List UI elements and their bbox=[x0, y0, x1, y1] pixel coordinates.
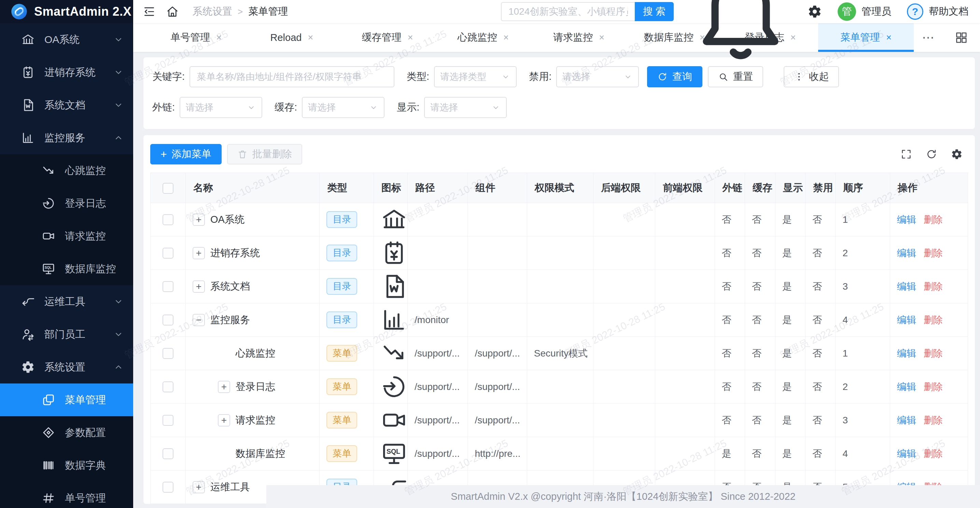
fullscreen-icon[interactable] bbox=[900, 148, 912, 160]
edit-link[interactable]: 编辑 bbox=[897, 448, 916, 459]
name-cell-td: +心跳监控 bbox=[186, 337, 320, 370]
row-checkbox[interactable] bbox=[162, 348, 173, 359]
tab-Reload[interactable]: Reload× bbox=[244, 23, 339, 52]
close-tab-icon[interactable]: × bbox=[216, 32, 222, 43]
edit-link[interactable]: 编辑 bbox=[897, 415, 916, 425]
column-header-操作: 操作 bbox=[890, 173, 968, 203]
delete-link[interactable]: 删除 bbox=[924, 314, 943, 325]
sidebar-item-进销存系统[interactable]: 进销存系统 bbox=[0, 56, 133, 89]
sidebar-item-请求监控[interactable]: 请求监控 bbox=[0, 220, 133, 252]
sidebar-item-label: 数据字典 bbox=[65, 459, 124, 473]
cache-select[interactable]: 请选择 bbox=[302, 97, 385, 118]
frontend-perm-cell bbox=[655, 270, 715, 303]
type-cell: 目录 bbox=[320, 203, 374, 237]
sidebar-item-菜单管理[interactable]: 菜单管理 bbox=[0, 384, 133, 416]
edit-link[interactable]: 编辑 bbox=[897, 248, 916, 258]
refresh-table-icon[interactable] bbox=[926, 148, 937, 160]
disabled-select[interactable]: 请选择 bbox=[556, 66, 639, 87]
delete-link[interactable]: 删除 bbox=[924, 381, 943, 392]
delete-link[interactable]: 删除 bbox=[924, 214, 943, 225]
global-search-input[interactable] bbox=[501, 2, 635, 21]
expand-row-icon[interactable]: + bbox=[218, 381, 230, 393]
edit-link[interactable]: 编辑 bbox=[897, 381, 916, 392]
delete-link[interactable]: 删除 bbox=[924, 281, 943, 292]
expand-row-icon[interactable]: + bbox=[218, 414, 230, 427]
tab-缓存管理[interactable]: 缓存管理× bbox=[340, 23, 435, 52]
edit-link[interactable]: 编辑 bbox=[897, 314, 916, 325]
type-cell: 目录 bbox=[320, 270, 374, 303]
sidebar-item-心跳监控[interactable]: 心跳监控 bbox=[0, 154, 133, 187]
delete-link[interactable]: 删除 bbox=[924, 448, 943, 459]
batch-delete-button[interactable]: 批量删除 bbox=[227, 144, 302, 164]
expand-row-icon[interactable]: + bbox=[192, 481, 205, 493]
sidebar-item-系统设置[interactable]: 系统设置 bbox=[0, 351, 133, 384]
sidebar-item-登录日志[interactable]: 登录日志 bbox=[0, 187, 133, 220]
sidebar-item-单号管理[interactable]: 单号管理 bbox=[0, 482, 133, 508]
row-checkbox[interactable] bbox=[162, 448, 173, 459]
global-search-button[interactable]: 搜 索 bbox=[635, 2, 674, 21]
path-cell: /monitor bbox=[408, 303, 468, 337]
collapse-menu-icon[interactable] bbox=[143, 5, 156, 18]
app-logo[interactable]: SmartAdmin 2.X bbox=[0, 0, 133, 23]
sidebar-item-label: 菜单管理 bbox=[65, 393, 124, 407]
tab-单号管理[interactable]: 单号管理× bbox=[148, 23, 244, 52]
collapse-row-icon[interactable]: − bbox=[192, 314, 205, 326]
keyword-label: 关键字: bbox=[152, 70, 185, 84]
select-all-checkbox[interactable] bbox=[162, 183, 173, 194]
sidebar-item-运维工具[interactable]: 运维工具 bbox=[0, 285, 133, 318]
row-checkbox[interactable] bbox=[162, 482, 173, 493]
collapse-filters-button[interactable]: 收起 bbox=[784, 66, 839, 87]
external-select[interactable]: 请选择 bbox=[180, 97, 262, 118]
login-log-icon bbox=[381, 370, 407, 403]
row-checkbox[interactable] bbox=[162, 314, 173, 325]
notifications-button[interactable]: 12 bbox=[689, 0, 792, 63]
sidebar-item-OA系统[interactable]: OA系统 bbox=[0, 23, 133, 56]
breadcrumb-parent[interactable]: 系统设置 bbox=[192, 5, 232, 18]
visible-label: 显示: bbox=[397, 101, 419, 114]
row-checkbox[interactable] bbox=[162, 214, 173, 225]
expand-row-icon[interactable]: + bbox=[192, 214, 205, 226]
name-cell-td: +OA系统 bbox=[186, 203, 320, 237]
keyword-input[interactable] bbox=[189, 66, 395, 87]
row-checkbox[interactable] bbox=[162, 281, 173, 292]
edit-link[interactable]: 编辑 bbox=[897, 214, 916, 225]
add-menu-button[interactable]: + 添加菜单 bbox=[150, 144, 222, 164]
expand-row-icon[interactable]: + bbox=[192, 281, 205, 293]
help-link[interactable]: ? 帮助文档 bbox=[907, 3, 968, 20]
row-checkbox[interactable] bbox=[162, 415, 173, 426]
close-tab-icon[interactable]: × bbox=[308, 32, 313, 43]
sidebar-item-部门员工[interactable]: 部门员工 bbox=[0, 318, 133, 351]
user-menu[interactable]: 管 管理员 bbox=[838, 2, 891, 21]
delete-link[interactable]: 删除 bbox=[924, 415, 943, 425]
menu-name: +请求监控 bbox=[192, 413, 319, 427]
type-select[interactable]: 请选择类型 bbox=[434, 66, 517, 87]
path-cell: /support/... bbox=[408, 337, 468, 370]
query-button[interactable]: 查询 bbox=[647, 66, 702, 87]
external-cell: 否 bbox=[715, 237, 745, 270]
menu-name: +系统文档 bbox=[192, 280, 319, 294]
request-monitor-icon bbox=[42, 229, 55, 243]
header-gear-icon[interactable] bbox=[808, 5, 822, 19]
sidebar-item-数据字典[interactable]: 数据字典 bbox=[0, 449, 133, 482]
content: 关键字: 类型: 请选择类型 禁用: 请选择 bbox=[133, 52, 980, 508]
home-icon[interactable] bbox=[166, 5, 179, 18]
bank-icon bbox=[381, 203, 407, 236]
delete-link[interactable]: 删除 bbox=[924, 248, 943, 258]
sidebar-submenu: 菜单管理参数配置数据字典单号管理 bbox=[0, 384, 133, 508]
sidebar-item-参数配置[interactable]: 参数配置 bbox=[0, 416, 133, 449]
delete-link[interactable]: 删除 bbox=[924, 348, 943, 359]
expand-row-icon[interactable]: + bbox=[192, 247, 205, 259]
menu-name: −监控服务 bbox=[192, 313, 319, 327]
order-cell: 3 bbox=[835, 403, 890, 437]
edit-link[interactable]: 编辑 bbox=[897, 348, 916, 359]
sidebar-item-监控服务[interactable]: 监控服务 bbox=[0, 121, 133, 154]
table-settings-gear-icon[interactable] bbox=[951, 148, 963, 160]
edit-link[interactable]: 编辑 bbox=[897, 281, 916, 292]
visible-select[interactable]: 请选择 bbox=[424, 97, 507, 118]
row-checkbox[interactable] bbox=[162, 381, 173, 392]
reset-button[interactable]: 重置 bbox=[708, 66, 763, 87]
row-checkbox[interactable] bbox=[162, 248, 173, 259]
close-tab-icon[interactable]: × bbox=[408, 32, 413, 43]
sidebar-item-数据库监控[interactable]: SQL数据库监控 bbox=[0, 252, 133, 285]
sidebar-item-系统文档[interactable]: 系统文档 bbox=[0, 89, 133, 121]
